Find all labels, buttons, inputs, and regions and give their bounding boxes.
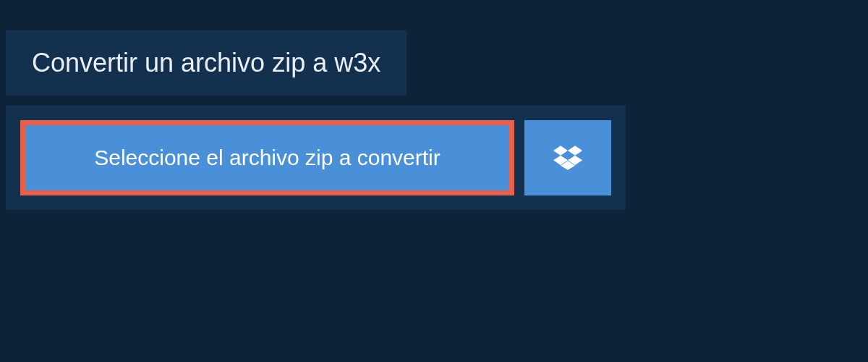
dropbox-icon	[553, 143, 582, 172]
select-file-button[interactable]: Seleccione el archivo zip a convertir	[20, 120, 514, 195]
page-title: Convertir un archivo zip a w3x	[32, 48, 380, 78]
header-tab: Convertir un archivo zip a w3x	[6, 30, 407, 96]
upload-panel: Seleccione el archivo zip a convertir	[6, 106, 626, 210]
dropbox-button[interactable]	[524, 120, 611, 195]
